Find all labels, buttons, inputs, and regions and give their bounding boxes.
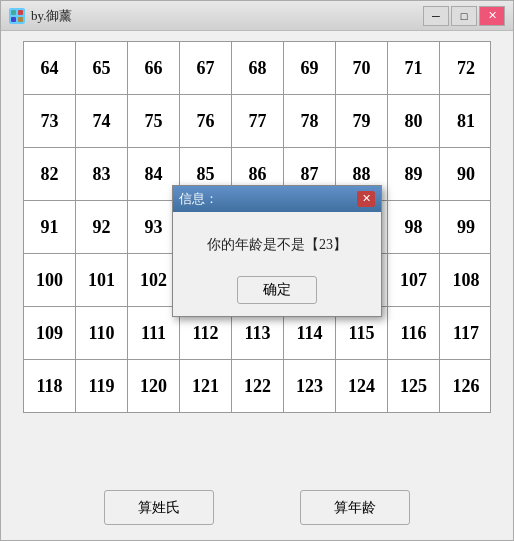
svg-rect-0: [11, 10, 16, 15]
grid-cell: 79: [336, 95, 388, 147]
dialog-title: 信息：: [179, 190, 357, 208]
grid-cell: 82: [24, 148, 76, 200]
calc-surname-button[interactable]: 算姓氏: [104, 490, 214, 525]
grid-cell: 83: [76, 148, 128, 200]
info-dialog: 信息： ✕ 你的年龄是不是【23】 确定: [172, 185, 382, 317]
grid-cell: 70: [336, 42, 388, 94]
grid-cell: 92: [76, 201, 128, 253]
grid-cell: 90: [440, 148, 492, 200]
dialog-footer: 确定: [173, 272, 381, 316]
grid-cell: 80: [388, 95, 440, 147]
grid-cell: 89: [388, 148, 440, 200]
grid-cell: 121: [180, 360, 232, 412]
grid-cell: 64: [24, 42, 76, 94]
calc-age-button[interactable]: 算年龄: [300, 490, 410, 525]
grid-cell: 99: [440, 201, 492, 253]
grid-cell: 81: [440, 95, 492, 147]
grid-cell: 75: [128, 95, 180, 147]
grid-cell: 101: [76, 254, 128, 306]
window-controls: ─ □ ✕: [423, 6, 505, 26]
dialog-close-button[interactable]: ✕: [357, 191, 375, 207]
grid-cell: 78: [284, 95, 336, 147]
svg-rect-2: [11, 17, 16, 22]
grid-cell: 65: [76, 42, 128, 94]
grid-row: 737475767778798081: [24, 95, 490, 148]
grid-cell: 66: [128, 42, 180, 94]
titlebar: by.御薰 ─ □ ✕: [1, 1, 513, 31]
grid-cell: 119: [76, 360, 128, 412]
grid-cell: 107: [388, 254, 440, 306]
grid-cell: 74: [76, 95, 128, 147]
grid-cell: 100: [24, 254, 76, 306]
grid-cell: 124: [336, 360, 388, 412]
grid-cell: 109: [24, 307, 76, 359]
grid-cell: 125: [388, 360, 440, 412]
close-button[interactable]: ✕: [479, 6, 505, 26]
grid-cell: 67: [180, 42, 232, 94]
grid-cell: 76: [180, 95, 232, 147]
dialog-message: 你的年龄是不是【23】: [207, 236, 347, 254]
svg-rect-3: [18, 17, 23, 22]
grid-cell: 118: [24, 360, 76, 412]
app-icon: [9, 8, 25, 24]
window-title: by.御薰: [31, 7, 423, 25]
dialog-confirm-button[interactable]: 确定: [237, 276, 317, 304]
grid-cell: 68: [232, 42, 284, 94]
grid-cell: 126: [440, 360, 492, 412]
grid-cell: 91: [24, 201, 76, 253]
grid-cell: 116: [388, 307, 440, 359]
grid-cell: 73: [24, 95, 76, 147]
grid-cell: 98: [388, 201, 440, 253]
dialog-body: 你的年龄是不是【23】: [173, 212, 381, 272]
bottom-bar: 算姓氏 算年龄: [1, 475, 513, 540]
grid-cell: 117: [440, 307, 492, 359]
minimize-button[interactable]: ─: [423, 6, 449, 26]
grid-row: 646566676869707172: [24, 42, 490, 95]
grid-cell: 69: [284, 42, 336, 94]
maximize-button[interactable]: □: [451, 6, 477, 26]
grid-cell: 108: [440, 254, 492, 306]
dialog-titlebar: 信息： ✕: [173, 186, 381, 212]
grid-cell: 122: [232, 360, 284, 412]
grid-cell: 110: [76, 307, 128, 359]
grid-cell: 123: [284, 360, 336, 412]
main-window: by.御薰 ─ □ ✕ 6465666768697071727374757677…: [0, 0, 514, 541]
svg-rect-1: [18, 10, 23, 15]
grid-cell: 71: [388, 42, 440, 94]
grid-cell: 120: [128, 360, 180, 412]
grid-row: 118119120121122123124125126: [24, 360, 490, 412]
grid-cell: 72: [440, 42, 492, 94]
grid-cell: 77: [232, 95, 284, 147]
